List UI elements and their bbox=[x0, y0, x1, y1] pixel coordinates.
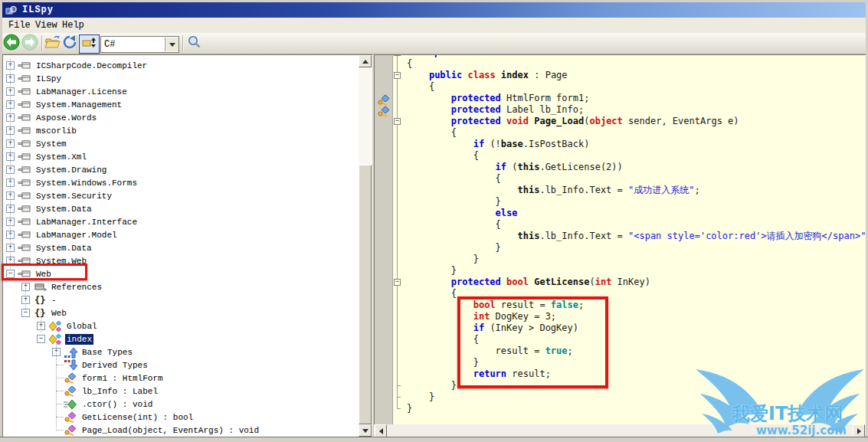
assembly-icon bbox=[18, 112, 31, 123]
tree-guide-line bbox=[56, 338, 57, 427]
code-line-10: { bbox=[407, 150, 866, 162]
decompiled-code-view[interactable]: namespace Web{ public class index : Page… bbox=[374, 54, 866, 424]
tree-item-label: LabManager.License bbox=[34, 87, 129, 97]
tree-item-labmanager-interface[interactable]: +LabManager.Interface bbox=[4, 215, 359, 228]
tree-item-system-management[interactable]: +System.Management bbox=[4, 98, 359, 111]
tree-item-label: Derived Types bbox=[80, 360, 149, 371]
refresh-button[interactable] bbox=[62, 36, 77, 51]
tree-item-icsharpcode-decompiler[interactable]: +ICSharpCode.Decompiler bbox=[4, 59, 359, 72]
field-icon bbox=[377, 106, 389, 117]
menu-help[interactable]: Help bbox=[59, 19, 87, 31]
tree-item-index[interactable]: −index bbox=[4, 332, 359, 345]
tree-item-form1-htmlform[interactable]: form1 : HtmlForm bbox=[4, 372, 359, 385]
tree-connector bbox=[56, 378, 64, 378]
field-icon bbox=[377, 94, 389, 106]
code-line-31: } bbox=[407, 391, 866, 403]
code-line-19: } bbox=[407, 254, 866, 265]
tree-item-derived-types[interactable]: Derived Types bbox=[4, 359, 359, 372]
fold-collapse-icon[interactable]: − bbox=[394, 54, 401, 56]
tree-item-lb-info-label[interactable]: lb_Info : Label bbox=[4, 385, 359, 398]
tree-item-mscorlib[interactable]: +mscorlib bbox=[4, 124, 359, 137]
code-line-6: protected Label lb_Info; bbox=[407, 104, 866, 116]
scroll-right-button[interactable] bbox=[853, 424, 865, 437]
code-line-15: else bbox=[407, 208, 866, 219]
assembly-icon bbox=[18, 216, 31, 228]
tree-item-item[interactable]: +{}- bbox=[4, 293, 359, 306]
tree-connector bbox=[56, 391, 64, 391]
tree-item-system[interactable]: +System bbox=[4, 137, 359, 150]
open-button[interactable] bbox=[44, 36, 61, 51]
ilspy-window: ILSpy File View Help bbox=[0, 0, 868, 442]
sort-assemblies-icon bbox=[82, 36, 97, 53]
assembly-icon bbox=[18, 86, 31, 97]
fold-collapse-icon[interactable]: − bbox=[394, 279, 401, 286]
assembly-icon bbox=[18, 177, 31, 188]
open-icon bbox=[44, 34, 61, 53]
tree-vertical-scrollbar[interactable] bbox=[359, 55, 372, 437]
collapse-icon[interactable]: − bbox=[37, 335, 45, 343]
tree-item-system-drawing[interactable]: +System.Drawing bbox=[4, 163, 359, 176]
code-line-32: } bbox=[407, 403, 866, 414]
tree-item-ilspy[interactable]: +ILSpy bbox=[4, 72, 359, 85]
assembly-tree[interactable]: +ICSharpCode.Decompiler+ILSpy+LabManager… bbox=[2, 54, 373, 437]
fold-collapse-icon[interactable]: − bbox=[394, 118, 401, 125]
tree-item-ctor-void[interactable]: .ctor() : void bbox=[4, 398, 359, 411]
tree-item-label: GetLicense(int) : bool bbox=[80, 412, 195, 423]
tree-scrollbar-thumb[interactable] bbox=[359, 165, 372, 424]
tree-item-labmanager-license[interactable]: +LabManager.License bbox=[4, 85, 359, 98]
tree-item-label: System.Windows.Forms bbox=[34, 178, 139, 188]
tree-item-label: ICSharpCode.Decompiler bbox=[34, 61, 149, 71]
tree-item-system-data[interactable]: +System.Data bbox=[4, 202, 359, 215]
combo-dropdown-button[interactable] bbox=[165, 38, 179, 51]
assembly-icon bbox=[18, 60, 31, 71]
ctor-icon bbox=[64, 398, 77, 410]
tree-connector bbox=[56, 417, 64, 417]
tree-item-system-windows-forms[interactable]: +System.Windows.Forms bbox=[4, 176, 359, 189]
menu-file[interactable]: File bbox=[5, 19, 34, 31]
code-line-9: if (!base.IsPostBack) bbox=[407, 139, 866, 150]
language-selector[interactable]: C# bbox=[100, 36, 179, 53]
code-line-11: if (this.GetLicense(2)) bbox=[407, 162, 866, 173]
tree-item-system-xml[interactable]: +System.Xml bbox=[4, 150, 359, 163]
base-types-icon bbox=[64, 346, 77, 358]
language-value: C# bbox=[101, 39, 165, 50]
window-frame-bottom bbox=[0, 437, 868, 442]
back-button[interactable] bbox=[3, 35, 20, 52]
tree-item-label: System bbox=[34, 139, 68, 149]
tree-item-aspose-words[interactable]: +Aspose.Words bbox=[4, 111, 359, 124]
fold-end-mark bbox=[397, 403, 401, 409]
tree-guide-line bbox=[41, 312, 41, 332]
tree-item-web[interactable]: −{}Web bbox=[4, 306, 359, 319]
tree-item-system-security[interactable]: +System.Security bbox=[4, 189, 359, 202]
namespace-icon: {} bbox=[33, 307, 47, 319]
tree-item-label: Web bbox=[50, 308, 68, 319]
scroll-up-button[interactable] bbox=[359, 55, 372, 67]
tree-item-base-types[interactable]: +Base Types bbox=[4, 345, 359, 359]
code-horizontal-scrollbar[interactable] bbox=[374, 424, 866, 437]
tree-item-global[interactable]: +Global bbox=[4, 319, 359, 332]
tree-item-system-data[interactable]: +System.Data bbox=[4, 241, 359, 254]
tree-item-page-load-object-eventargs-void[interactable]: Page_Load(object, EventArgs) : void bbox=[4, 424, 359, 437]
tree-item-references[interactable]: +References bbox=[4, 280, 359, 293]
code-line-21: protected bool GetLicense(int InKey) bbox=[407, 277, 866, 288]
tree-item-label: form1 : HtmlForm bbox=[80, 373, 165, 384]
search-button[interactable] bbox=[187, 36, 201, 51]
tree-item-label: - bbox=[50, 295, 58, 306]
code-line-14: } bbox=[407, 196, 866, 208]
tree-item-getlicense-int-bool[interactable]: GetLicense(int) : bool bbox=[4, 411, 359, 424]
tree-item-label: mscorlib bbox=[34, 126, 78, 136]
references-icon bbox=[33, 281, 47, 293]
title-bar[interactable]: ILSpy bbox=[2, 2, 866, 18]
scroll-down-button[interactable] bbox=[359, 424, 372, 437]
menu-bar: File View Help bbox=[2, 18, 866, 33]
tree-item-labmanager-model[interactable]: +LabManager.Model bbox=[4, 228, 359, 241]
forward-button[interactable] bbox=[21, 35, 38, 52]
scroll-left-button[interactable] bbox=[375, 424, 387, 437]
forward-icon bbox=[21, 34, 38, 54]
sort-assemblies-button[interactable] bbox=[79, 34, 100, 54]
tree-item-label: lb_Info : Label bbox=[80, 386, 159, 397]
menu-view[interactable]: View bbox=[32, 19, 61, 31]
assembly-icon bbox=[18, 242, 31, 254]
assembly-icon bbox=[18, 229, 31, 241]
fold-collapse-icon[interactable]: − bbox=[394, 72, 401, 79]
